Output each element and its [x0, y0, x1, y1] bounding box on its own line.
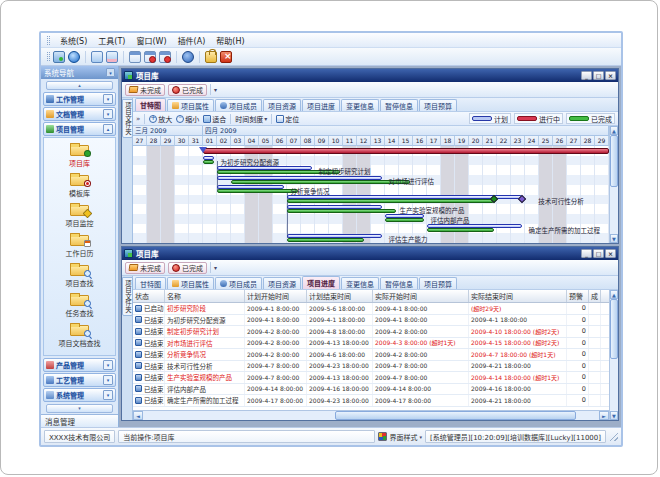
gantt-window-titlebar[interactable]: 项目库 _□×: [122, 69, 618, 82]
column-header-实际结束时间[interactable]: 实际结束时间: [469, 290, 567, 302]
sidebar-group-工作管理[interactable]: 工作管理▾: [43, 92, 116, 106]
internet-icon[interactable]: [68, 51, 80, 63]
filter-button-未完成[interactable]: 未完成: [125, 262, 165, 274]
scroll-thumb[interactable]: [335, 411, 577, 420]
tab-变更信息[interactable]: 变更信息: [341, 99, 379, 111]
sidebar-tab-messages[interactable]: 消息管理: [41, 414, 118, 427]
gantt-bar-actual[interactable]: [203, 160, 214, 164]
window-badge-icon[interactable]: [144, 51, 156, 63]
column-header-实际开始时间[interactable]: 实际开始时间: [373, 290, 469, 302]
scroll-down-icon[interactable]: ▼: [610, 411, 618, 420]
table-row[interactable]: 已结束为初步研究分配资源2009-4-1 8:00:002009-4-1 18:…: [133, 315, 609, 327]
column-header-计划结束时间[interactable]: 计划结束时间: [307, 290, 373, 302]
scroll-thumb[interactable]: [610, 299, 618, 359]
gantt-button-适合[interactable]: 适合: [203, 114, 226, 124]
tab-变更信息[interactable]: 变更信息: [341, 277, 379, 289]
minimize-button[interactable]: _: [581, 249, 592, 258]
tab-项目资源[interactable]: 项目资源: [263, 277, 301, 289]
menu-grip[interactable]: [47, 36, 50, 45]
maximize-button[interactable]: □: [593, 71, 604, 80]
gantt-button-定位[interactable]: 定位: [276, 114, 299, 124]
tab-项目进度[interactable]: 项目进度: [302, 99, 340, 111]
tab-项目成员[interactable]: 项目成员: [215, 277, 262, 289]
sidebar-item-项目库[interactable]: 项目库: [44, 140, 115, 170]
exit-icon[interactable]: [220, 51, 232, 63]
gantt-bar-summary[interactable]: [203, 148, 609, 154]
window-badge2-icon[interactable]: [159, 51, 171, 63]
ui-style-selector[interactable]: 界面样式 ▾: [378, 432, 422, 442]
table-horizontal-scrollbar[interactable]: ◄ ►: [133, 410, 609, 420]
table-row[interactable]: 已结束对市场进行评估2009-4-2 8:00:002009-4-13 18:0…: [133, 338, 609, 350]
gantt-vertical-scrollbar[interactable]: ▲ ▼: [609, 126, 618, 243]
scroll-right-icon[interactable]: ►: [599, 411, 609, 420]
sidebar-pin-icon[interactable]: ▾: [106, 68, 115, 77]
chevron-toggle-icon[interactable]: ▴: [103, 124, 113, 134]
chevron-down-icon[interactable]: ▾: [214, 86, 217, 93]
table-vertical-scrollbar[interactable]: ▲ ▼: [609, 290, 618, 420]
tab-项目属性[interactable]: 项目属性: [167, 99, 214, 111]
column-header-成[interactable]: 成: [589, 290, 601, 302]
column-header-计划开始时间[interactable]: 计划开始时间: [245, 290, 307, 302]
window-icon[interactable]: [129, 51, 141, 63]
table-row[interactable]: 已启动初步研究阶段2009-4-1 8:00:002009-5-6 18:00:…: [133, 303, 609, 315]
filter-button-已完成[interactable]: 已完成: [168, 262, 207, 274]
sidebar-item-项目监控[interactable]: 项目监控: [44, 200, 115, 230]
table-row[interactable]: 已结束制定初步研究计划2009-4-2 8:00:002009-4-8 18:0…: [133, 326, 609, 338]
sidebar-group-系统管理[interactable]: 系统管理▾: [43, 388, 116, 402]
table-row[interactable]: 已结束评估内部产品2009-4-14 8:00:002009-4-16 18:0…: [133, 384, 609, 396]
chevron-toggle-icon[interactable]: ▾: [103, 94, 113, 104]
tab-项目预算[interactable]: 项目预算: [419, 99, 457, 111]
scroll-thumb[interactable]: [610, 135, 618, 187]
filter-button-未完成[interactable]: 未完成: [125, 84, 165, 96]
chevron-toggle-icon[interactable]: ▾: [103, 109, 113, 119]
scroll-up-icon[interactable]: ▲: [610, 126, 618, 135]
table-row[interactable]: 已结束技术可行性分析2009-4-7 8:00:002009-4-23 18:0…: [133, 361, 609, 373]
chevron-toggle-icon[interactable]: ▾: [103, 390, 113, 400]
close-button[interactable]: ×: [605, 249, 616, 258]
gantt-bar-actual[interactable]: [427, 228, 494, 232]
sidebar-scroll-down-chip[interactable]: ▾: [46, 404, 113, 413]
column-header-预警[interactable]: 预警: [567, 290, 589, 302]
sidebar-item-任务查找[interactable]: 任务查找: [44, 290, 115, 320]
gantt-bar-actual[interactable]: [385, 218, 424, 222]
tab-甘特图[interactable]: 甘特图: [135, 277, 166, 289]
folder-save-icon[interactable]: [106, 51, 118, 63]
menu-item[interactable]: 窗口(W): [135, 35, 167, 46]
tab-项目进度[interactable]: 项目进度: [302, 276, 340, 289]
gantt-button-时间刻度[interactable]: 时间刻度▾: [235, 114, 267, 124]
gantt-bar-plan[interactable]: [217, 176, 382, 180]
chevron-toggle-icon[interactable]: ▾: [103, 375, 113, 385]
gantt-bar-actual[interactable]: [287, 199, 494, 203]
tab-项目成员[interactable]: 项目成员: [215, 99, 262, 111]
menu-item[interactable]: 帮助(H): [215, 35, 245, 46]
lock-icon[interactable]: [205, 51, 217, 63]
gantt-chart[interactable]: 三月 2009四月 200927282930310102030405060708…: [133, 126, 609, 243]
sidebar-item-项目文档查找[interactable]: 项目文档查找: [44, 320, 115, 350]
sidebar-group-产品管理[interactable]: 产品管理▾: [43, 358, 116, 372]
scroll-left-icon[interactable]: ◄: [133, 411, 143, 420]
menu-item[interactable]: 工具(T): [97, 35, 126, 46]
minimize-button[interactable]: _: [581, 71, 592, 80]
folder-icon[interactable]: [91, 51, 103, 63]
toolbar-overflow-icon[interactable]: »: [136, 115, 140, 123]
sidebar-group-工艺管理[interactable]: 工艺管理▾: [43, 373, 116, 387]
table-row[interactable]: 已结束确定生产所需的加工过程2009-4-17 8:00:002009-4-23…: [133, 395, 609, 407]
gantt-bar-actual[interactable]: [287, 209, 396, 213]
help-icon[interactable]: [182, 51, 194, 63]
gantt-button-放大[interactable]: 放大: [149, 114, 172, 124]
menu-item[interactable]: 插件(A): [177, 35, 207, 46]
toolbar-grip[interactable]: [47, 52, 50, 61]
chevron-toggle-icon[interactable]: ▾: [103, 360, 113, 370]
sidebar-item-工作日历[interactable]: 工作日历: [44, 230, 115, 260]
tab-项目属性[interactable]: 项目属性: [167, 277, 214, 289]
tab-暂停信息[interactable]: 暂停信息: [380, 277, 418, 289]
column-header-状态[interactable]: 状态: [133, 290, 165, 302]
sidebar-item-模板库[interactable]: 模板库: [44, 170, 115, 200]
tab-暂停信息[interactable]: 暂停信息: [380, 99, 418, 111]
filter-button-已完成[interactable]: 已完成: [168, 84, 207, 96]
tab-项目资源[interactable]: 项目资源: [263, 99, 301, 111]
gantt-bar-actual[interactable]: [217, 189, 298, 193]
menu-item[interactable]: 系统(S): [59, 35, 88, 46]
close-button[interactable]: ×: [605, 71, 616, 80]
table-row[interactable]: 已结束生产实验室规模的产品2009-4-7 8:00:002009-4-13 1…: [133, 372, 609, 384]
